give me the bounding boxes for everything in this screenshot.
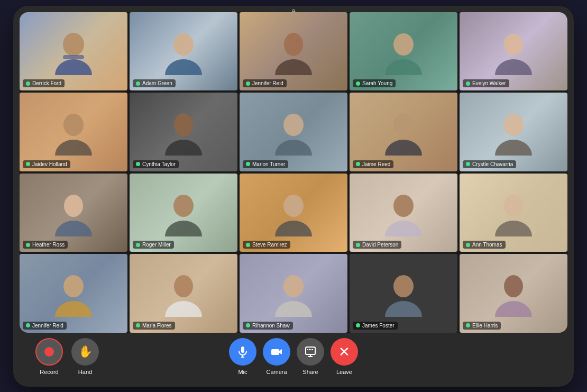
share-icon: [304, 345, 317, 358]
hand-button[interactable]: ✋ Hand: [71, 338, 99, 375]
participant-name-label: Sarah Young: [353, 79, 396, 87]
hand-label: Hand: [78, 369, 92, 375]
record-button[interactable]: Record: [35, 338, 63, 375]
svg-point-37: [393, 275, 414, 297]
mic-status-indicator: [136, 81, 140, 86]
participant-name: Jaime Reed: [362, 161, 390, 167]
participant-video: [350, 93, 457, 171]
participant-video: [460, 174, 567, 252]
mic-icon: [236, 345, 249, 358]
mic-status-indicator: [466, 81, 470, 86]
participant-video: [350, 174, 457, 252]
video-tile: Maria Flores: [130, 254, 237, 333]
participant-name-label: David Peterson: [353, 241, 401, 249]
share-label: Share: [302, 369, 318, 375]
mic-button[interactable]: Mic: [229, 338, 256, 375]
mic-status-indicator: [246, 162, 250, 166]
svg-point-31: [63, 275, 84, 297]
participant-name: Steve Ramirez: [252, 242, 287, 248]
svg-point-5: [284, 33, 303, 56]
participant-video: [460, 93, 567, 171]
svg-point-22: [55, 221, 92, 236]
svg-point-15: [283, 114, 304, 136]
video-tile: Derrick Ford: [20, 12, 127, 91]
participant-video: [20, 93, 127, 171]
participant-video: [130, 254, 237, 333]
participant-name-label: Crystle Chavarria: [463, 160, 516, 168]
svg-point-3: [173, 33, 194, 56]
participant-name-label: Derrick Ford: [23, 79, 65, 87]
participant-name: Rihannon Shaw: [252, 323, 290, 329]
mic-btn-circle[interactable]: [229, 338, 256, 366]
participant-video: [350, 12, 457, 91]
svg-point-35: [283, 275, 304, 297]
video-tile: Sarah Young: [350, 12, 457, 91]
mic-status-indicator: [26, 323, 30, 327]
participant-name-label: Cynthia Taylor: [133, 160, 179, 168]
mic-status-indicator: [136, 162, 140, 166]
participant-name-label: Jennifer Reid: [23, 322, 67, 330]
share-btn-circle[interactable]: [297, 338, 324, 366]
participant-name: Jaidev Holland: [32, 161, 67, 167]
participant-name-label: Ellie Harris: [463, 322, 501, 330]
svg-point-25: [283, 195, 304, 217]
svg-point-21: [64, 195, 83, 217]
participant-name-label: Maria Flores: [133, 322, 175, 330]
participant-name-label: James Foster: [353, 322, 398, 330]
participant-name: Maria Flores: [142, 323, 172, 329]
svg-point-6: [275, 59, 312, 75]
record-btn-circle[interactable]: [35, 338, 63, 366]
participant-name-label: Heather Ross: [23, 241, 68, 249]
video-tile: Jaime Reed: [350, 93, 457, 171]
participant-video: [130, 174, 237, 252]
participant-name: Cynthia Taylor: [142, 161, 176, 167]
video-tile: Ellie Harris: [460, 254, 567, 333]
participant-video: [20, 174, 127, 252]
hand-btn-circle[interactable]: ✋: [71, 338, 99, 366]
camera-btn-circle[interactable]: [263, 338, 290, 366]
svg-point-14: [165, 140, 202, 156]
svg-point-23: [173, 195, 194, 217]
svg-point-7: [393, 33, 414, 56]
participant-name: Jennifer Reid: [32, 323, 63, 329]
participant-name-label: Marion Turner: [243, 160, 288, 168]
svg-point-19: [503, 114, 524, 136]
svg-point-4: [165, 59, 202, 75]
svg-point-30: [495, 221, 532, 236]
leave-icon: ✕: [338, 345, 350, 359]
mic-status-indicator: [136, 323, 140, 327]
device-frame: Derrick Ford Adam Green: [13, 6, 574, 387]
camera-button[interactable]: Camera: [263, 338, 290, 375]
video-tile: Marion Turner: [240, 93, 347, 171]
mic-status-indicator: [26, 81, 30, 86]
mic-status-indicator: [466, 323, 470, 327]
mic-status-indicator: [466, 243, 470, 247]
svg-rect-44: [271, 349, 279, 355]
share-button[interactable]: Share: [297, 338, 324, 375]
participant-video: [350, 254, 457, 333]
svg-point-28: [385, 221, 422, 236]
participant-name: Ellie Harris: [472, 323, 498, 329]
participant-name: Jennifer Reid: [252, 80, 283, 86]
svg-point-20: [495, 140, 532, 156]
participant-name-label: Rihannon Shaw: [243, 322, 293, 330]
leave-button[interactable]: ✕ Leave: [331, 338, 358, 375]
svg-point-26: [275, 221, 312, 236]
svg-rect-2: [63, 55, 84, 59]
svg-point-33: [174, 275, 193, 297]
video-tile: Crystle Chavarria: [460, 93, 567, 171]
record-icon: [44, 347, 54, 357]
mic-status-indicator: [466, 162, 470, 166]
participant-name-label: Jennifer Reid: [243, 79, 287, 87]
leave-btn-circle[interactable]: ✕: [331, 338, 358, 366]
svg-marker-45: [279, 349, 282, 354]
svg-point-18: [385, 140, 422, 156]
participant-name: Heather Ross: [32, 242, 65, 248]
svg-point-10: [495, 59, 532, 75]
record-label: Record: [40, 369, 58, 375]
participant-video: [240, 93, 347, 171]
mic-status-indicator: [246, 243, 250, 247]
video-tile: Evelyn Walker: [460, 12, 567, 91]
mic-status-indicator: [356, 243, 360, 247]
participant-name: Evelyn Walker: [472, 80, 506, 86]
